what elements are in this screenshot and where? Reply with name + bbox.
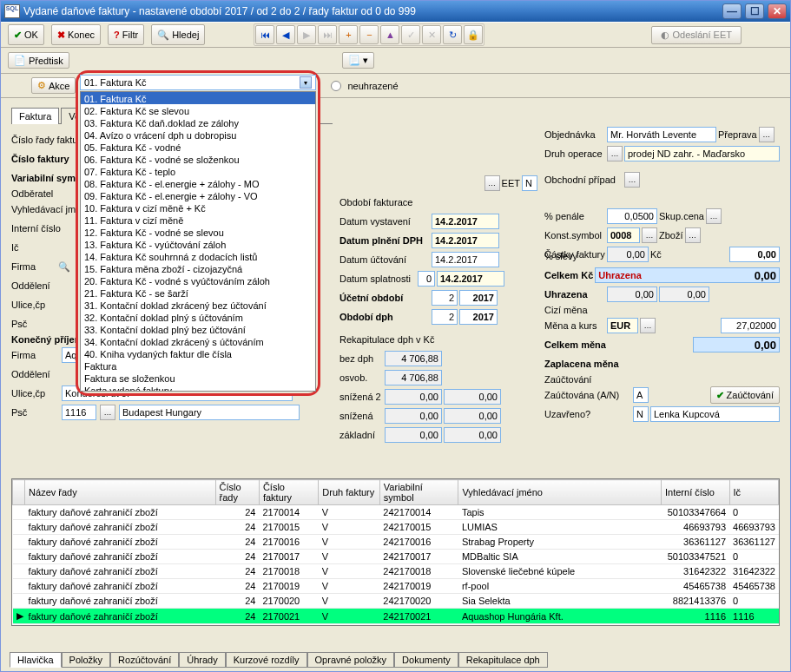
template-combo[interactable]: 01. Faktura Kč ▾ [80,75,316,90]
hledej-button[interactable]: 🔍Hledej [151,24,205,45]
template-option[interactable]: 12. Faktura Kč - vodné se slevou [81,226,315,238]
confirm-button[interactable]: ✓ [401,25,420,44]
detail-tab[interactable]: Položky [62,652,111,668]
datum-vyst-field[interactable]: 14.2.2017 [432,214,499,229]
pct-penale-field[interactable]: 0,0500 [607,208,657,224]
nav-next-button[interactable]: ▶ [297,25,316,44]
template-option[interactable]: 33. Kontační doklad plný bez účtování [81,323,315,335]
minimize-button[interactable]: — [722,3,742,19]
template-option[interactable]: 08. Faktura Kč - el.energie + zálohy - M… [81,177,315,189]
template-option[interactable]: 14. Faktura Kč souhrnná z dodacích listů [81,250,315,262]
template-option[interactable]: 13. Faktura Kč - vyúčtování záloh [81,238,315,250]
template-option[interactable]: 10. Faktura v cizí měně + Kč [81,201,315,214]
detail-tab[interactable]: Rozúčtování [110,652,179,668]
detail-tab[interactable]: Dokumenty [394,652,458,668]
ucetni-m-field[interactable]: 2 [432,290,458,306]
template-option[interactable]: Faktura se složenkou [81,372,315,384]
grid-header[interactable]: Druh faktury [319,480,379,505]
template-option[interactable]: 32. Kontační doklad plný s účtováním [81,311,315,323]
datum-dph-field[interactable]: 14.2.2017 [432,233,499,248]
datum-splat-field[interactable]: 14.2.2017 [437,271,504,287]
mena-pick[interactable]: … [640,318,656,333]
template-option[interactable]: 07. Faktura Kč - teplo [81,165,315,177]
neuhrazene-radio[interactable] [331,81,341,91]
template-option[interactable]: Faktura [81,359,315,372]
nav-prev-button[interactable]: ◀ [276,25,295,44]
refresh-button[interactable]: ↻ [443,25,462,44]
pct-slevy-field[interactable]: 0,00 [729,247,780,262]
template-option[interactable]: 11. Faktura v cizí měně [81,214,315,226]
table-row[interactable]: faktury daňové zahraničí zboží242170014V… [13,505,779,520]
template-option[interactable]: Karta vydané faktury [81,384,315,392]
table-row[interactable]: faktury daňové zahraničí zboží242170016V… [13,535,779,550]
template-option[interactable]: 15. Faktura měna zboží - cizojazyčná [81,262,315,274]
close-button[interactable]: ✕ [768,3,787,19]
detail-tab[interactable]: Kurzové rozdíly [226,652,307,668]
template-option[interactable]: 05. Faktura Kč - vodné [81,141,315,153]
konst-sym-pick[interactable]: … [642,227,657,243]
eet-button[interactable]: ◐Odeslání EET [651,26,742,44]
grid-header[interactable]: Vyhledávací jméno [458,480,662,505]
add-button[interactable]: + [339,25,358,44]
lookup-icon[interactable]: 🔍 [58,261,70,273]
table-row[interactable]: faktury daňové zahraničí zboží242170019V… [13,579,779,594]
doc-dropdown-button[interactable]: 📃▾ [342,52,374,69]
ok-button[interactable]: ✔OK [8,24,44,45]
zbozi-pick[interactable]: … [685,227,701,243]
druh-op-field[interactable]: prodej ND zahr. - Maďarsko [624,146,780,161]
obch-pripad-pick[interactable]: … [624,172,640,188]
template-option[interactable]: 03. Faktura Kč daň.doklad ze zálohy [81,116,315,128]
grid-header[interactable] [13,480,25,505]
mena-field[interactable]: EUR [607,318,638,333]
tab-faktura[interactable]: Faktura [11,108,59,124]
eet-field[interactable]: N [522,175,537,191]
template-option[interactable]: 09. Faktura Kč - el.energie + zálohy - V… [81,189,315,201]
invoice-grid[interactable]: Název řadyČíslo řadyČíslo fakturyDruh fa… [11,478,780,626]
template-list[interactable]: 01. Faktura Kč02. Faktura Kč se slevou03… [80,91,316,392]
objednavka-field[interactable]: Mr. Horváth Levente [607,127,716,142]
grid-header[interactable]: Číslo faktury [259,480,318,505]
konec-button[interactable]: ✖Konec [51,24,101,45]
table-row[interactable]: faktury daňové zahraničí zboží242170018V… [13,564,779,579]
predtisk-button[interactable]: 📄Předtisk [8,52,69,69]
template-option[interactable]: 02. Faktura Kč se slevou [81,104,315,116]
konst-sym-field[interactable]: 0008 [607,227,640,243]
template-option[interactable]: 21. Faktura Kč - se šarží [81,287,315,299]
grid-header[interactable]: Variabilní symbol [379,480,458,505]
maximize-button[interactable]: ☐ [745,3,764,19]
akce-button[interactable]: ⚙Akce [31,77,76,94]
psc2-pick-button[interactable]: … [100,405,115,420]
table-row[interactable]: faktury daňové zahraničí zboží242170015V… [13,520,779,535]
grid-header[interactable]: Interní číslo [662,480,730,505]
psc2-city-field[interactable]: Budapest Hungary [119,405,300,420]
template-option[interactable]: 01. Faktura Kč [81,92,315,104]
psc2-code-field[interactable]: 1116 [62,405,96,420]
remove-button[interactable]: − [359,25,379,44]
chevron-down-icon[interactable]: ▾ [300,76,312,89]
preprava-pick[interactable]: … [759,127,775,142]
splat-offset-field[interactable]: 0 [418,271,435,287]
detail-tab[interactable]: Rekapitulace dph [458,652,548,668]
template-option[interactable]: 06. Faktura Kč - vodné se složenkou [81,153,315,165]
grid-header[interactable]: Ič [729,480,778,505]
table-row[interactable]: faktury daňové zahraničí zboží242170020V… [13,594,779,609]
template-option[interactable]: 31. Kontační doklad zkrácený bez účtován… [81,299,315,311]
obdobi-dph-m-field[interactable]: 2 [432,309,458,325]
druh-op-pick[interactable]: … [607,146,623,161]
template-option[interactable]: 34. Kontační doklad zkrácený s účtováním [81,335,315,347]
grid-header[interactable]: Název řady [25,480,215,505]
template-option[interactable]: 20. Faktura Kč - vodné s vyúčtováním zál… [81,274,315,287]
ucetni-r-field[interactable]: 2017 [459,290,498,306]
datum-uct-field[interactable]: 14.2.2017 [432,252,499,267]
nav-first-button[interactable]: ⏮ [255,25,274,44]
zauct-an-field[interactable]: A [633,387,649,403]
filtr-button[interactable]: ?Filtr [108,24,144,45]
nav-last-button[interactable]: ⏭ [318,25,337,44]
detail-tab[interactable]: Úhrady [179,652,225,668]
template-option[interactable]: 04. Avízo o vrácení dph u dobropisu [81,128,315,141]
table-row[interactable]: ▶faktury daňové zahraničí zboží242170021… [13,609,779,624]
lock-button[interactable]: 🔒 [464,25,483,44]
zauctovani-button[interactable]: ✔Zaúčtování [710,386,780,404]
skup-cena-pick[interactable]: … [706,208,722,224]
tran-pick-button[interactable]: … [484,175,500,191]
